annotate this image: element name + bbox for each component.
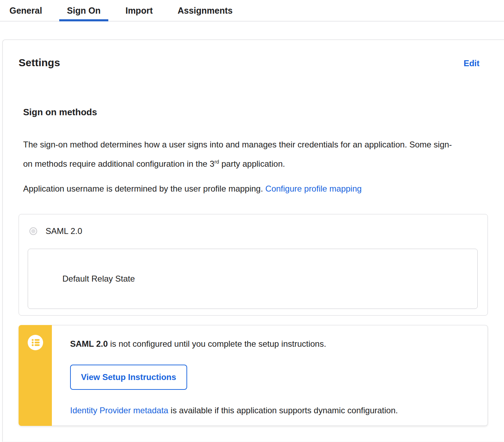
- default-relay-state-label: Default Relay State: [62, 274, 135, 284]
- notification-message: SAML 2.0 is not configured until you com…: [70, 339, 474, 349]
- identity-provider-metadata-link[interactable]: Identity Provider metadata: [70, 406, 168, 415]
- saml-setup-notification: SAML 2.0 is not configured until you com…: [19, 325, 488, 426]
- tab-general[interactable]: General: [2, 0, 50, 21]
- sign-on-methods-description: The sign-on method determines how a user…: [23, 136, 458, 172]
- saml-radio-button[interactable]: [29, 227, 37, 235]
- configure-profile-mapping-link[interactable]: Configure profile mapping: [265, 184, 362, 193]
- tab-sign-on[interactable]: Sign On: [59, 0, 108, 21]
- bullet-list-icon: [28, 335, 43, 350]
- metadata-line: Identity Provider metadata is available …: [70, 405, 474, 416]
- edit-settings-link[interactable]: Edit: [464, 58, 479, 68]
- app-tab-bar: General Sign On Import Assignments: [0, 0, 504, 21]
- sign-on-methods-section: Sign on methods The sign-on method deter…: [23, 107, 488, 197]
- description-text-end: party application.: [219, 159, 285, 168]
- notification-content: SAML 2.0 is not configured until you com…: [52, 325, 488, 426]
- tab-import[interactable]: Import: [118, 0, 161, 21]
- description-superscript: rd: [214, 159, 219, 165]
- saml-method-box: SAML 2.0 Default Relay State: [19, 214, 488, 316]
- username-mapping-line: Application username is determined by th…: [23, 180, 488, 197]
- sign-on-methods-heading: Sign on methods: [23, 107, 488, 118]
- notification-accent-strip: [19, 325, 52, 426]
- view-setup-instructions-button[interactable]: View Setup Instructions: [70, 365, 187, 390]
- settings-title: Settings: [19, 56, 60, 69]
- default-relay-state-field[interactable]: Default Relay State: [28, 249, 478, 309]
- metadata-line-rest: is available if this application support…: [168, 406, 398, 415]
- username-mapping-text: Application username is determined by th…: [23, 184, 265, 193]
- saml-radio-label: SAML 2.0: [46, 226, 82, 236]
- notification-message-rest: is not configured until you complete the…: [108, 339, 326, 348]
- notification-message-bold: SAML 2.0: [70, 339, 108, 348]
- saml-radio-row: SAML 2.0: [29, 226, 488, 236]
- settings-card-header: Settings Edit: [19, 56, 488, 69]
- settings-card: Settings Edit Sign on methods The sign-o…: [2, 40, 504, 442]
- tab-assignments[interactable]: Assignments: [170, 0, 240, 21]
